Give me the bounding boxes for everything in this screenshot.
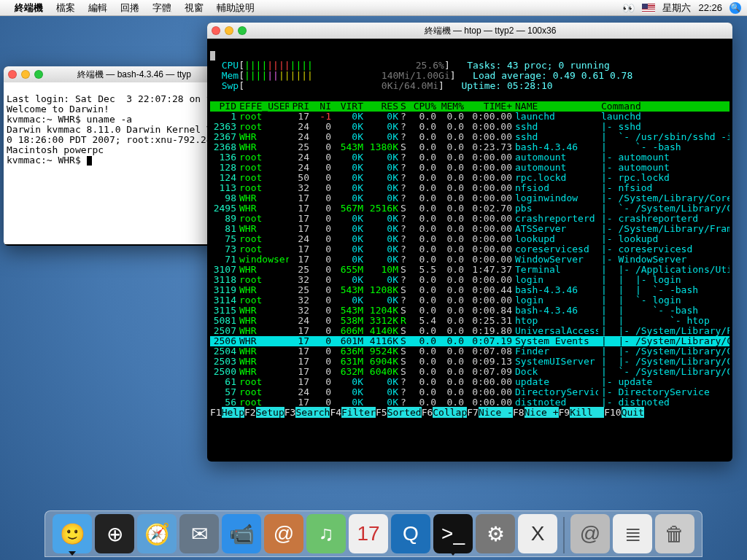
menu-font[interactable]: 字體 [152,1,171,15]
zoom-icon[interactable] [238,26,247,35]
fkey-f4[interactable]: F4Filter [330,408,376,418]
process-row[interactable]: 2363root2400K0K?0.00.00:00.00sshd|- sshd [210,122,729,132]
dock-terminal-icon[interactable]: >_ [433,514,473,553]
input-flag-icon[interactable] [642,4,655,12]
clock-time[interactable]: 22:26 [698,2,722,13]
dock-site-icon[interactable]: @ [570,514,610,553]
bash-body[interactable]: Last login: Sat Dec 3 22:07:28 on tty We… [4,82,224,244]
fkey-f2[interactable]: F2Setup [244,408,285,418]
cursor-icon [210,51,215,61]
process-row[interactable]: 2507WHR170606M4140KS0.00.00:19.80Univers… [210,326,729,336]
running-indicator-icon [449,551,457,556]
dock-ical-icon[interactable]: 17 [349,514,388,553]
process-row[interactable]: 136root2400K0K?0.00.00:00.00automount|- … [210,152,729,163]
dock-quicktime-icon[interactable]: Q [391,514,430,553]
process-row[interactable]: 3114root3200K0K?0.00.00:00.00login| | `-… [210,295,729,306]
fkey-f6[interactable]: F6Collap [422,408,468,418]
process-row[interactable]: 113root3200K0K?0.00.00:00.00nfsiod|- nfs… [210,183,729,193]
bash-titlebar[interactable]: 終端機 — bash-4.3.46 — ttyp [4,66,224,82]
dock-separator [563,517,565,553]
process-row[interactable]: 71windowser1700K0K?0.00.00:00.00WindowSe… [210,254,729,265]
fkey-f5[interactable]: F5Sorted [376,408,422,418]
dock-addressbook-icon[interactable]: @ [264,514,303,553]
bash-line: Darwin kvmmac 8.11.0 Darwin Kernel Ver [7,124,223,135]
process-row[interactable]: 57root2400K0K?0.00.00:00.00DirectoryServ… [210,387,729,397]
process-row[interactable]: 124root5000K0K?0.00.00:00.00rpc.lockd|- … [210,173,729,183]
app-menu[interactable]: 終端機 [15,1,43,15]
menu-edit[interactable]: 編輯 [88,1,107,15]
minimize-icon[interactable] [21,70,30,79]
process-row[interactable]: 2495WHR170567M2516KS0.00.00:02.70pbs| `-… [210,203,729,214]
process-row[interactable]: 2504WHR170636M9524KS0.00.00:07.08Finder|… [210,346,729,357]
swp-meter-value: 0Ki/64.0Mi [382,80,438,91]
dock-ichat-icon[interactable]: 📹 [222,514,261,553]
zoom-icon[interactable] [34,70,43,79]
process-row[interactable]: 3119WHR250543M1208KS0.00.00:00.44bash-4.… [210,285,729,295]
process-row[interactable]: 81WHR1700K0K?0.00.00:00.00ATSServer|- /S… [210,224,729,234]
menu-file[interactable]: 檔案 [56,1,75,15]
dock[interactable]: 🙂⊕🧭✉📹@♫17Q>_⚙X@≣🗑 [44,510,703,557]
process-row[interactable]: 3107WHR250655M10MS5.50.01:47.37Terminal|… [210,265,729,275]
mem-meter-value: 140Mi/1.00Gi [382,70,450,81]
process-row[interactable]: 2367WHR2400K0K?0.00.00:00.00sshd| `- /us… [210,132,729,142]
process-row[interactable]: 2368WHR250543M1380KS0.00.00:23.73bash-4.… [210,142,729,152]
fkey-f8[interactable]: F8Nice + [513,408,559,418]
process-row[interactable]: 56root1700K0K?0.00.00:00.00distnoted|- d… [210,397,729,408]
fkey-f7[interactable]: F7Nice - [467,408,513,418]
process-row[interactable]: 98WHR1700K0K?0.00.00:00.00loginwindow|- … [210,193,729,203]
close-icon[interactable] [8,70,17,79]
process-row[interactable]: 75root2400K0K?0.00.00:00.00lookupd|- loo… [210,234,729,244]
bash-title: 終端機 — bash-4.3.46 — ttyp [49,69,220,79]
fkey-f1[interactable]: F1Help [210,408,244,418]
clock-day[interactable]: 星期六 [662,1,691,15]
menubar[interactable]: 終端機 檔案 編輯 回捲 字體 視窗 輔助說明 👀 星期六 22:26 🔍 [0,0,747,16]
htop-fkeys[interactable]: F1HelpF2SetupF3SearchF4FilterF5SortedF6C… [210,408,729,418]
fkey-f3[interactable]: F3Search [285,408,330,418]
dock-finder-icon[interactable]: 🙂 [53,514,92,553]
fkey-f10[interactable]: F10Quit [604,408,644,418]
process-row[interactable]: 3115WHR320543M1204KS0.00.00:00.84bash-4.… [210,306,729,316]
process-row[interactable]: 2503WHR170631M6904KS0.00.00:09.13SystemU… [210,357,729,367]
process-row[interactable]: 3118root3200K0K?0.00.00:00.00login| | |-… [210,275,729,285]
dock-trash-icon[interactable]: 🗑 [655,514,694,553]
running-indicator-icon [69,551,76,556]
bash-line: Last login: Sat Dec 3 22:07:28 on tty [7,93,223,104]
menu-help[interactable]: 輔助說明 [217,1,255,15]
process-row[interactable]: 2500WHR170632M6040KS0.00.00:07.09Dock| `… [210,367,729,377]
close-icon[interactable] [212,26,220,35]
spotlight-icon[interactable]: 🔍 [729,2,741,14]
dock-safari-icon[interactable]: 🧭 [137,514,177,553]
minimize-icon[interactable] [225,26,233,35]
bash-prompt: kvmmac:~ WHR$ [7,155,87,166]
dock-dashboard-icon[interactable]: ⊕ [95,514,134,553]
dock-sysprefs-icon[interactable]: ⚙ [476,514,515,553]
dock-itunes-icon[interactable]: ♫ [306,514,346,553]
htop-title: 終端機 — htop — ttyp2 — 100x36 [252,26,728,36]
dock-x11-icon[interactable]: X [518,514,557,553]
fkey-f9[interactable]: F9Kill [559,408,605,418]
process-row[interactable]: 61root1700K0K?0.00.00:00.00update|- upda… [210,377,729,387]
htop-window[interactable]: 終端機 — htop — ttyp2 — 100x36 CPU[||||||||… [207,23,732,462]
cpu-meter-label: CPU [222,60,239,71]
process-row[interactable]: 1root17-10K0K?0.00.00:00.00launchdlaunch… [210,112,729,122]
loadavg-text: Load average: 0.49 0.61 0.78 [473,70,632,81]
bash-window[interactable]: 終端機 — bash-4.3.46 — ttyp Last login: Sat… [4,66,224,246]
bash-line: Macintosh powerpc [7,144,104,155]
process-row[interactable]: 89root1700K0K?0.00.00:00.00crashreporter… [210,214,729,224]
menu-window[interactable]: 視窗 [185,1,204,15]
htop-titlebar[interactable]: 終端機 — htop — ttyp2 — 100x36 [207,23,732,39]
process-row[interactable]: 128root2400K0K?0.00.00:00.00automount|- … [210,163,729,173]
menu-scroll[interactable]: 回捲 [120,1,139,15]
dock-doc-icon[interactable]: ≣ [613,514,652,553]
process-row[interactable]: 2506WHR170601M4116KS0.00.00:07.19System … [210,336,729,346]
process-row[interactable]: 73root1700K0K?0.00.00:00.00coreservicesd… [210,244,729,254]
binoculars-icon[interactable]: 👀 [622,2,635,14]
swp-meter-label: Swp [222,80,239,91]
bash-line: kvmmac:~ WHR$ uname -a [7,114,132,125]
dock-mail-icon[interactable]: ✉ [179,514,219,553]
bash-line: 0 18:26:00 PDT 2007; root:xnu-792.24.1 [7,134,223,145]
uptime-text: Uptime: 05:28:10 [461,80,552,91]
htop-body[interactable]: CPU[|||||||||||| 25.6%] Tasks: 43 proc; … [207,39,732,460]
cursor-icon [87,156,92,166]
process-row[interactable]: 5081WHR240538M3312KR5.40.00:25.31htop| |… [210,316,729,326]
